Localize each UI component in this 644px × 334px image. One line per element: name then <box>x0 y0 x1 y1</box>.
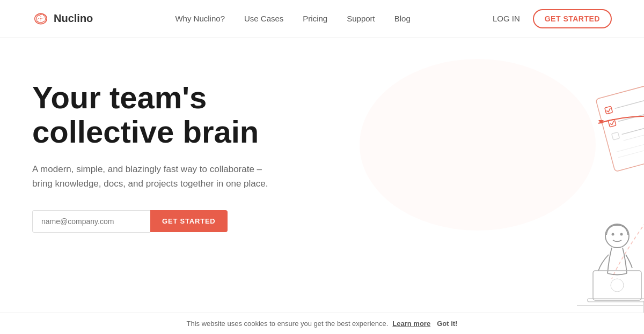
logo-icon <box>32 10 49 27</box>
brand-name: Nuclino <box>54 12 93 25</box>
nav-get-started-button[interactable]: GET STARTED <box>533 9 612 28</box>
svg-rect-2 <box>596 81 644 172</box>
svg-point-34 <box>620 233 623 236</box>
hero-title: Your team's collective brain <box>32 80 311 149</box>
hero-section: Your team's collective brain A modern, s… <box>0 38 644 334</box>
nav-pricing[interactable]: Pricing <box>303 14 327 23</box>
email-input[interactable] <box>32 210 150 233</box>
cookie-accept-button[interactable]: Got it! <box>437 320 457 328</box>
signup-form: GET STARTED <box>32 210 311 233</box>
navbar: Nuclino Why Nuclino? Use Cases Pricing S… <box>0 0 644 38</box>
svg-point-32 <box>611 279 624 292</box>
nav-actions: LOG IN GET STARTED <box>493 9 612 28</box>
cookie-message: This website uses cookies to ensure you … <box>187 320 389 328</box>
hero-illustration <box>279 38 644 334</box>
svg-point-33 <box>612 233 614 236</box>
nav-why-nuclino[interactable]: Why Nuclino? <box>175 14 225 23</box>
cookie-banner: This website uses cookies to ensure you … <box>0 313 644 334</box>
hero-subtitle: A modern, simple, and blazingly fast way… <box>32 162 268 191</box>
nav-blog[interactable]: Blog <box>394 14 411 23</box>
logo-link[interactable]: Nuclino <box>32 10 93 27</box>
cookie-learn-more[interactable]: Learn more <box>392 320 430 328</box>
svg-point-1 <box>360 59 596 231</box>
nav-use-cases[interactable]: Use Cases <box>244 14 283 23</box>
nav-support[interactable]: Support <box>347 14 375 23</box>
nav-links: Why Nuclino? Use Cases Pricing Support B… <box>175 14 410 24</box>
login-button[interactable]: LOG IN <box>493 14 520 23</box>
hero-get-started-button[interactable]: GET STARTED <box>150 210 228 232</box>
hero-content: Your team's collective brain A modern, s… <box>32 70 311 233</box>
